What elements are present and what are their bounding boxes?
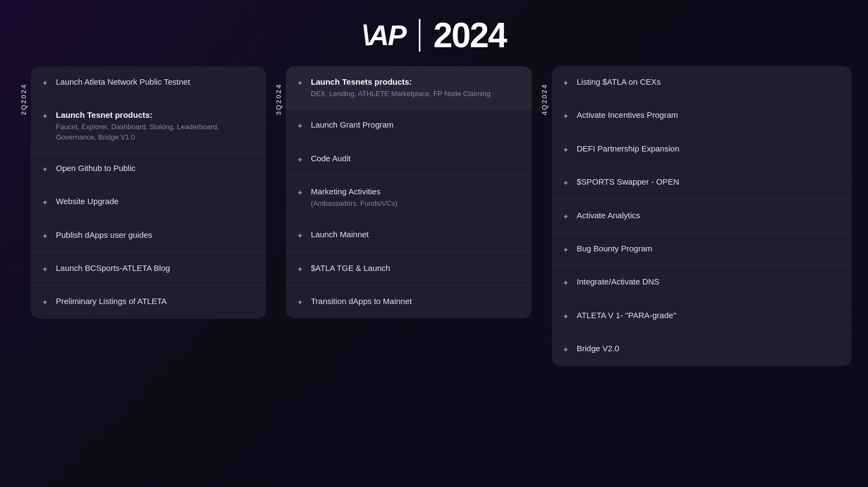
- list-item: Listing $ATLA on CEXs: [552, 66, 852, 99]
- q3-wrapper: 3Q2024 Launch Tesnets products:DEX, Lend…: [271, 66, 532, 318]
- list-item: Bug Bounty Program: [552, 233, 852, 266]
- item-title: Listing $ATLA on CEXs: [577, 76, 841, 87]
- item-title: Launch Tesnets products:: [311, 76, 521, 87]
- snowflake-icon: [297, 187, 303, 199]
- snowflake-icon: [563, 211, 569, 223]
- list-item: Publish dApps user guides: [31, 219, 266, 252]
- list-item: Integrate/Activate DNS: [552, 266, 852, 299]
- header-logo: \AP: [362, 19, 406, 52]
- snowflake-icon: [297, 263, 303, 275]
- item-subtitle: Faucet, Explorer, Dashboard, Staking, Le…: [56, 122, 255, 142]
- item-title: Open Github to Public: [56, 162, 255, 174]
- item-title: Activate Analytics: [577, 210, 841, 221]
- snowflake-icon: [563, 177, 569, 189]
- snowflake-icon: [297, 154, 303, 166]
- snowflake-icon: [42, 263, 48, 275]
- item-title: Integrate/Activate DNS: [577, 276, 841, 287]
- header-year: 2024: [433, 15, 506, 55]
- list-item: Code Audit: [286, 143, 532, 176]
- snowflake-icon: [563, 244, 569, 256]
- item-title: Bug Bounty Program: [577, 243, 841, 254]
- list-item: Activate Incentives Program: [552, 99, 852, 132]
- item-title: Publish dApps user guides: [56, 229, 255, 241]
- item-title: Bridge V2.0: [577, 343, 841, 354]
- snowflake-icon: [563, 110, 569, 122]
- snowflake-icon: [563, 77, 569, 89]
- snowflake-icon: [42, 77, 48, 89]
- item-subtitle: DEX, Lending, ATHLETE Marketplace, FP No…: [311, 89, 521, 99]
- page-header: \AP 2024: [0, 0, 868, 66]
- list-item: Launch Mainnet: [286, 219, 532, 252]
- q4-label: 4Q2024: [537, 77, 552, 122]
- snowflake-icon: [42, 230, 48, 242]
- item-title: $SPORTS Swapper - OPEN: [577, 176, 841, 187]
- list-item: Launch Grant Program: [286, 109, 532, 142]
- snowflake-icon: [297, 77, 303, 89]
- list-item: ATLETA V 1- "PARA-grade": [552, 300, 852, 333]
- list-item: Preliminary Listings of ATLETA: [31, 286, 266, 318]
- item-subtitle: (Ambassadors, Funds/VCs): [311, 199, 521, 208]
- list-item: Website Upgrade: [31, 186, 266, 219]
- snowflake-icon: [297, 120, 303, 132]
- item-title: Code Audit: [311, 153, 521, 164]
- snowflake-icon: [297, 230, 303, 242]
- main-content: 2Q2024 Launch Atleta Network Public Test…: [0, 66, 868, 366]
- list-item: Marketing Activities(Ambassadors, Funds/…: [286, 176, 532, 219]
- q2-wrapper: 2Q2024 Launch Atleta Network Public Test…: [16, 66, 266, 319]
- list-item: Bridge V2.0: [552, 333, 852, 365]
- snowflake-icon: [42, 110, 48, 122]
- snowflake-icon: [563, 144, 569, 156]
- item-title: Transition dApps to Mainnet: [311, 295, 521, 307]
- q2-card: Launch Atleta Network Public TestnetLaun…: [31, 66, 266, 319]
- item-title: Activate Incentives Program: [577, 109, 841, 121]
- item-title: Launch BCSports-ATLETA Blog: [56, 262, 255, 274]
- item-title: Preliminary Listings of ATLETA: [56, 295, 255, 307]
- snowflake-icon: [563, 277, 569, 289]
- list-item: DEFI Partnership Expansion: [552, 133, 852, 166]
- item-title: Launch Mainnet: [311, 229, 521, 240]
- list-item: Transition dApps to Mainnet: [286, 286, 532, 318]
- snowflake-icon: [563, 311, 569, 322]
- q4-card: Listing $ATLA on CEXsActivate Incentives…: [552, 66, 852, 366]
- item-title: $ATLA TGE & Launch: [311, 262, 521, 274]
- list-item: Open Github to Public: [31, 153, 266, 186]
- snowflake-icon: [42, 197, 48, 208]
- item-title: DEFI Partnership Expansion: [577, 143, 841, 154]
- list-item: Launch Atleta Network Public Testnet: [31, 66, 266, 99]
- snowflake-icon: [297, 296, 303, 308]
- list-item: Activate Analytics: [552, 200, 852, 233]
- q3-label: 3Q2024: [271, 77, 286, 122]
- list-item: Launch Tesnets products:DEX, Lending, AT…: [286, 66, 532, 109]
- item-title: Website Upgrade: [56, 195, 255, 207]
- item-title: Launch Grant Program: [311, 119, 521, 130]
- snowflake-icon: [563, 344, 569, 356]
- list-item: $ATLA TGE & Launch: [286, 252, 532, 286]
- q3-card: Launch Tesnets products:DEX, Lending, AT…: [286, 66, 532, 318]
- list-item: Launch Tesnet products:Faucet, Explorer,…: [31, 99, 266, 152]
- header-divider: [419, 19, 420, 52]
- q4-wrapper: 4Q2024 Listing $ATLA on CEXsActivate Inc…: [537, 66, 852, 366]
- snowflake-icon: [42, 296, 48, 308]
- list-item: Launch BCSports-ATLETA Blog: [31, 252, 266, 286]
- item-title: Launch Tesnet products:: [56, 109, 255, 121]
- item-title: Launch Atleta Network Public Testnet: [56, 76, 255, 87]
- item-title: ATLETA V 1- "PARA-grade": [577, 309, 841, 321]
- list-item: $SPORTS Swapper - OPEN: [552, 166, 852, 199]
- q2-label: 2Q2024: [16, 77, 31, 122]
- item-title: Marketing Activities: [311, 186, 521, 197]
- snowflake-icon: [42, 163, 48, 175]
